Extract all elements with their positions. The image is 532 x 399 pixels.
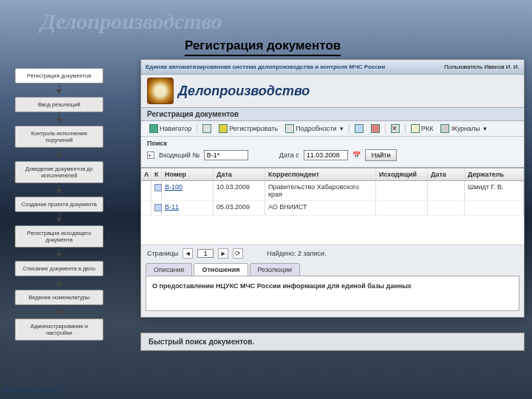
grid-header: А К Номер Дата Корреспондент Исходящий Д… xyxy=(141,168,524,181)
navigator-icon xyxy=(149,124,158,133)
description-text: О предоставлении НЦУКС МЧС России информ… xyxy=(152,282,412,290)
cell-outgoing xyxy=(376,181,428,200)
navigator-label: Навигатор xyxy=(160,125,191,132)
close-icon: ✕ xyxy=(391,124,400,133)
brand-logo: STINS COMAN xyxy=(4,387,59,395)
date-from-label: Дата с xyxy=(279,151,299,159)
page-prev-button[interactable]: ◄ xyxy=(183,248,193,259)
col-date[interactable]: Дата xyxy=(214,168,265,180)
register-label: Регистрировать xyxy=(229,125,278,132)
cell-date2 xyxy=(428,181,465,200)
app-window: Единая автоматизированная система делопр… xyxy=(140,59,525,318)
app-titlebar: Единая автоматизированная система делопр… xyxy=(141,60,524,75)
register-button[interactable]: Регистрировать xyxy=(216,123,280,134)
pager: Страницы ◄ ► ⟳ Найдено: 2 записи. xyxy=(141,245,524,262)
sidebar-item-resolutions[interactable]: Ввод резолюций xyxy=(15,97,103,112)
results-grid: А К Номер Дата Корреспондент Исходящий Д… xyxy=(141,168,524,245)
refresh-button[interactable] xyxy=(200,123,214,134)
details-icon xyxy=(285,124,294,133)
journals-label: Журналы xyxy=(451,125,480,132)
sidebar-item-writeoff[interactable]: Списание документа в дело xyxy=(15,261,103,276)
doc-number-link[interactable]: В-11 xyxy=(165,203,179,211)
document-icon xyxy=(355,124,364,133)
tab-description[interactable]: Описание xyxy=(146,263,192,276)
cell-date: 10.03.2009 xyxy=(214,181,265,200)
slide-caption: Быстрый поиск документов. xyxy=(140,332,525,351)
find-button[interactable]: Найти xyxy=(365,149,398,161)
cell-holder: Шмидт Г. В. xyxy=(465,181,524,200)
sidebar-item-draft[interactable]: Создание проекта документа xyxy=(15,197,103,212)
pager-label: Страницы xyxy=(147,250,178,257)
refresh-icon xyxy=(202,124,211,133)
page-refresh-button[interactable]: ⟳ xyxy=(233,248,243,259)
tab-relations[interactable]: Отношения xyxy=(194,263,248,276)
rkk-icon xyxy=(411,124,420,133)
date-from-input[interactable] xyxy=(304,150,348,160)
page-next-button[interactable]: ► xyxy=(218,248,228,259)
cell-date: 05.03.2009 xyxy=(214,201,265,215)
cell-holder xyxy=(465,201,524,215)
sidebar-item-nomenclature[interactable]: Ведение номенклатуры xyxy=(15,290,103,305)
incoming-input[interactable] xyxy=(204,150,248,160)
rkk-button[interactable]: РКК xyxy=(409,123,436,134)
app-logo-icon xyxy=(147,78,174,104)
cell-date2 xyxy=(428,201,465,215)
navigator-button[interactable]: Навигатор xyxy=(147,123,194,134)
details-button[interactable]: Подробности ▾ xyxy=(283,123,346,134)
doc-number-link[interactable]: В-100 xyxy=(165,183,183,191)
expand-search-toggle[interactable]: + xyxy=(147,151,154,159)
search-panel: Поиск + Входящий № Дата с 📅 Найти xyxy=(141,137,524,168)
toolbar-separator xyxy=(385,123,386,134)
col-outgoing[interactable]: Исходящий xyxy=(376,168,428,180)
col-number[interactable]: Номер xyxy=(162,168,214,180)
toolbar: Навигатор Регистрировать Подробности ▾ ✕… xyxy=(141,121,524,137)
col-date2[interactable]: Дата xyxy=(428,168,465,180)
rkk-label: РКК xyxy=(421,125,434,132)
workflow-sidebar: Регистрация документов Ввод резолюций Ко… xyxy=(15,68,103,354)
col-correspondent[interactable]: Корреспондент xyxy=(265,168,376,180)
records-found: Найдено: 2 записи. xyxy=(267,250,326,257)
app-header: Делопроизводство xyxy=(141,75,524,107)
row-doc-icon xyxy=(154,184,162,191)
user-label: Пользователь xyxy=(444,64,482,70)
sidebar-item-outgoing[interactable]: Регистрация исходящего документа xyxy=(15,225,103,248)
sidebar-item-distribution[interactable]: Доведение документов до исполнителей xyxy=(15,161,103,183)
user-name: Иванов И. И. xyxy=(484,64,519,70)
app-system-title: Единая автоматизированная система делопр… xyxy=(146,64,385,70)
search-title: Поиск xyxy=(147,140,518,147)
details-label: Подробности xyxy=(296,125,336,132)
register-icon xyxy=(219,124,228,133)
app-user: Пользователь Иванов И. И. xyxy=(444,64,519,70)
slide-subtitle: Регистрация документов xyxy=(185,38,341,56)
grid-empty-area xyxy=(141,216,524,245)
sidebar-item-control[interactable]: Контроль исполнения поручений xyxy=(15,126,103,148)
detail-tabs: Описание Отношения Резолюции xyxy=(141,262,524,276)
incoming-label: Входящий № xyxy=(159,151,200,159)
col-k[interactable]: К xyxy=(151,168,162,180)
doc-button[interactable] xyxy=(352,123,366,134)
table-row[interactable]: В-100 10.03.2009 Правительство Хабаровск… xyxy=(141,181,524,201)
slide-title: Делопроизводство xyxy=(41,9,222,34)
calendar-icon[interactable]: 📅 xyxy=(352,151,361,159)
app-name: Делопроизводство xyxy=(178,83,310,99)
section-title: Регистрация документов xyxy=(141,107,524,121)
toolbar-separator xyxy=(405,123,406,134)
cell-correspondent: Правительство Хабаровского края xyxy=(265,181,376,200)
description-box: О предоставлении НЦУКС МЧС России информ… xyxy=(146,276,519,311)
toolbar-separator xyxy=(197,123,197,134)
tab-resolutions[interactable]: Резолюции xyxy=(250,263,300,276)
delete-button[interactable]: ✕ xyxy=(389,123,402,134)
sidebar-item-admin[interactable]: Администрирование и настройки xyxy=(15,318,103,341)
col-holder[interactable]: Держатель xyxy=(465,168,524,180)
cell-outgoing xyxy=(376,201,428,215)
page-input[interactable] xyxy=(197,249,214,258)
journal-icon xyxy=(440,124,449,133)
cell-correspondent: АО ВНИИСТ xyxy=(265,201,376,215)
table-row[interactable]: В-11 05.03.2009 АО ВНИИСТ xyxy=(141,201,524,216)
row-doc-icon xyxy=(154,204,162,211)
col-a[interactable]: А xyxy=(141,168,151,180)
journals-button[interactable]: Журналы ▾ xyxy=(438,123,489,134)
sidebar-item-registration[interactable]: Регистрация документов xyxy=(15,68,103,83)
cut-button[interactable] xyxy=(369,123,382,134)
scissors-icon xyxy=(371,124,380,133)
